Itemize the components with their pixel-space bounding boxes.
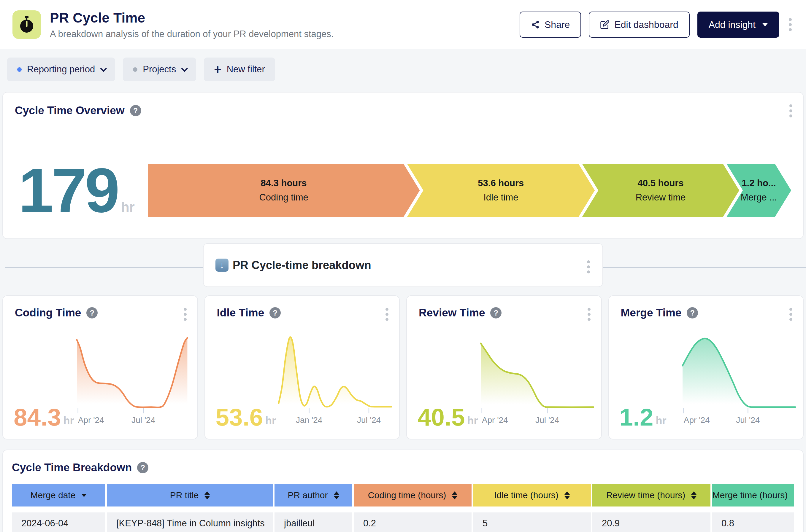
svg-text:Jul '24: Jul '24 xyxy=(535,416,559,425)
stage-value: 84.3 hours xyxy=(261,178,307,189)
column-header-review-time[interactable]: Review time (hours) xyxy=(592,484,711,507)
sort-icon xyxy=(334,491,339,499)
metric-title: Idle Time xyxy=(217,307,264,319)
metric-title: Merge Time xyxy=(621,307,682,319)
cycle-time-breakdown-table-card: Cycle Time Breakdown Merge date PR title… xyxy=(2,450,804,532)
merge-time-card: Merge Time Apr '24Jul '24 1.2 hr xyxy=(608,296,804,439)
funnel-stage-review: 40.5 hours Review time xyxy=(582,164,739,217)
stage-label: Idle time xyxy=(483,192,518,203)
breakdown-table: Merge date PR title PR author Coding tim… xyxy=(12,484,794,532)
reporting-period-label: Reporting period xyxy=(27,64,95,75)
column-header-coding-time[interactable]: Coding time (hours) xyxy=(354,484,472,507)
metric-value: 1.2 hr xyxy=(620,407,666,427)
down-arrow-icon xyxy=(216,259,228,272)
stage-value: 40.5 hours xyxy=(638,178,684,189)
top-header: PR Cycle Time A breakdown analysis of th… xyxy=(0,0,806,49)
help-icon[interactable] xyxy=(86,307,98,319)
pr-cycle-time-breakdown-card: PR Cycle-time breakdown xyxy=(203,243,603,287)
column-header-pr-title[interactable]: PR title xyxy=(107,484,273,507)
card-more-menu-icon[interactable] xyxy=(182,306,188,323)
column-header-idle-time[interactable]: Idle time (hours) xyxy=(473,484,591,507)
projects-label: Projects xyxy=(143,64,176,75)
metric-title: Review Time xyxy=(419,307,485,319)
add-insight-label: Add insight xyxy=(709,19,755,30)
stage-value: 53.6 hours xyxy=(478,178,524,189)
column-header-merge-time[interactable]: Merge time (hours) xyxy=(712,484,794,507)
inactive-filter-dot xyxy=(133,67,138,72)
card-more-menu-icon[interactable] xyxy=(788,306,794,323)
sort-icon xyxy=(81,494,87,497)
stage-label: Merge ... xyxy=(741,192,777,203)
review-time-sparkline: Apr '24Jul '24 xyxy=(481,333,593,424)
sort-icon xyxy=(204,491,210,499)
breakdown-banner-title: PR Cycle-time breakdown xyxy=(233,259,371,272)
metric-value: 53.6 hr xyxy=(216,407,276,427)
cell-merge-date: 2024-06-04 xyxy=(12,512,105,532)
total-cycle-time-value: 179 xyxy=(18,166,118,215)
total-cycle-time-unit: hr xyxy=(121,199,135,215)
projects-filter[interactable]: Projects xyxy=(123,58,196,81)
metric-value: 40.5 hr xyxy=(418,407,478,427)
help-icon[interactable] xyxy=(490,307,501,319)
column-header-pr-author[interactable]: PR author xyxy=(275,484,352,507)
cell-review-time: 20.9 xyxy=(592,512,711,532)
add-insight-button[interactable]: Add insight xyxy=(697,12,779,38)
share-icon xyxy=(531,20,540,29)
stage-value: 1.2 ho... xyxy=(741,178,776,189)
svg-text:Jul '24: Jul '24 xyxy=(736,416,760,425)
filter-bar: Reporting period Projects + New filter xyxy=(0,49,806,92)
svg-text:Apr '24: Apr '24 xyxy=(684,416,710,425)
sort-icon xyxy=(452,491,457,499)
cell-idle-time: 5 xyxy=(473,512,591,532)
share-button[interactable]: Share xyxy=(520,12,581,38)
help-icon[interactable] xyxy=(270,307,281,319)
card-more-menu-icon[interactable] xyxy=(384,306,390,323)
svg-text:Jul '24: Jul '24 xyxy=(131,416,155,425)
page-subtitle: A breakdown analysis of the duration of … xyxy=(50,29,511,39)
stage-label: Review time xyxy=(636,192,686,203)
svg-text:Jan '24: Jan '24 xyxy=(296,416,322,425)
chevron-down-icon xyxy=(762,23,768,26)
sort-icon xyxy=(564,491,570,499)
edit-icon xyxy=(600,20,609,30)
overview-title: Cycle Time Overview xyxy=(15,104,125,117)
funnel-stage-coding: 84.3 hours Coding time xyxy=(148,164,420,217)
active-filter-dot xyxy=(17,67,22,72)
table-title: Cycle Time Breakdown xyxy=(12,461,132,474)
idle-time-card: Idle Time Jan '24Jul '24 53.6 hr xyxy=(204,296,400,439)
share-label: Share xyxy=(545,19,570,30)
svg-text:Apr '24: Apr '24 xyxy=(482,416,508,425)
chevron-down-icon xyxy=(100,65,107,72)
help-icon[interactable] xyxy=(687,307,698,319)
card-more-menu-icon[interactable] xyxy=(586,306,592,323)
cycle-funnel: 84.3 hours Coding time 53.6 hours Idle t… xyxy=(148,164,791,217)
review-time-card: Review Time Apr '24Jul '24 40.5 hr xyxy=(406,296,602,439)
help-icon[interactable] xyxy=(137,462,148,473)
idle-time-sparkline: Jan '24Jul '24 xyxy=(279,333,391,424)
svg-text:Jul '24: Jul '24 xyxy=(357,416,381,425)
funnel-stage-idle: 53.6 hours Idle time xyxy=(407,164,595,217)
cycle-time-overview-card: Cycle Time Overview 179 hr 84.3 hours Co… xyxy=(2,92,804,239)
new-filter-button[interactable]: + New filter xyxy=(204,58,275,81)
breakdown-banner-section: PR Cycle-time breakdown xyxy=(0,239,806,296)
column-header-merge-date[interactable]: Merge date xyxy=(12,484,105,507)
stopwatch-icon xyxy=(13,11,41,39)
cell-merge-time: 0.8 xyxy=(712,512,794,532)
coding-time-card: Coding Time Apr '24Jul '24 84.3 hr xyxy=(2,296,198,439)
total-cycle-time: 179 hr xyxy=(18,166,135,215)
edit-dashboard-button[interactable]: Edit dashboard xyxy=(589,12,689,38)
help-icon[interactable] xyxy=(130,105,141,116)
overview-more-menu-icon[interactable] xyxy=(788,102,794,119)
header-more-menu-icon[interactable] xyxy=(787,16,793,33)
sort-icon xyxy=(691,491,696,499)
coding-time-sparkline: Apr '24Jul '24 xyxy=(77,333,190,424)
metric-cards-row: Coding Time Apr '24Jul '24 84.3 hr Idle … xyxy=(2,296,804,439)
chevron-down-icon xyxy=(181,65,188,72)
banner-more-menu-icon[interactable] xyxy=(585,259,592,275)
metric-value: 84.3 hr xyxy=(14,407,74,427)
edit-dashboard-label: Edit dashboard xyxy=(614,19,678,30)
stage-label: Coding time xyxy=(259,192,308,203)
reporting-period-filter[interactable]: Reporting period xyxy=(7,58,115,81)
new-filter-label: New filter xyxy=(227,64,265,75)
page-title: PR Cycle Time xyxy=(50,10,511,26)
